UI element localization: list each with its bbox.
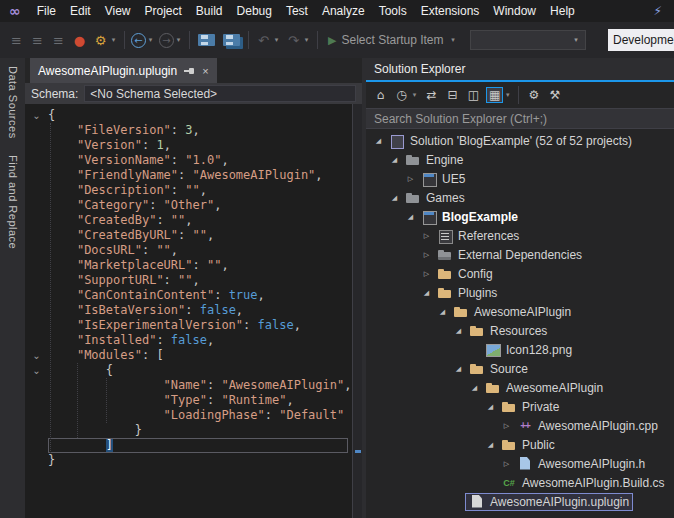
fold-marker-icon[interactable]: ⌄ [30, 348, 43, 363]
code-line[interactable]: "CreatedBy": "", [48, 213, 348, 228]
rail-tab-find-and-replace[interactable]: Find and Replace [7, 155, 19, 249]
code-line[interactable]: "Modules": [ [48, 348, 348, 363]
pending-changes-filter-icon[interactable]: ◷▾ [391, 83, 421, 107]
code-line[interactable]: "Category": "Other", [48, 198, 348, 213]
menu-project[interactable]: Project [138, 1, 189, 21]
red-circle-icon[interactable]: ● [69, 28, 90, 52]
code-line[interactable]: "MarketplaceURL": "", [48, 258, 348, 273]
align-lines-icon[interactable]: ≡ [27, 28, 48, 52]
menu-tools[interactable]: Tools [372, 1, 414, 21]
tree-item[interactable]: ◢Public [366, 435, 674, 454]
menu-edit[interactable]: Edit [63, 1, 98, 21]
rail-tab-data-sources[interactable]: Data Sources [7, 66, 19, 139]
expanded-arrow-icon[interactable]: ◢ [468, 384, 481, 392]
preview-icon[interactable]: ⚒ [544, 83, 565, 107]
select-startup-item-button[interactable]: ▶ Select Startup Item ▾ [322, 33, 464, 47]
pin-icon[interactable] [184, 66, 195, 76]
expanded-arrow-icon[interactable]: ◢ [452, 365, 465, 373]
collapsed-arrow-icon[interactable]: ▷ [420, 251, 433, 259]
tree-item[interactable]: Icon128.png [366, 340, 674, 359]
properties-icon[interactable]: ⚙ [523, 83, 544, 107]
collapsed-arrow-icon[interactable]: ▷ [500, 460, 513, 468]
code-line[interactable]: "CanContainContent": true, [48, 288, 348, 303]
expanded-arrow-icon[interactable]: ◢ [388, 194, 401, 202]
document-tab[interactable]: AwesomeAIPlugin.uplugin × [30, 58, 217, 83]
close-icon[interactable]: × [202, 65, 208, 77]
code-line[interactable]: } [48, 453, 348, 468]
menu-window[interactable]: Window [486, 1, 543, 21]
undo-icon[interactable]: ↶▾ [253, 28, 283, 52]
code-line[interactable]: { [48, 108, 348, 123]
code-line[interactable]: "IsBetaVersion": false, [48, 303, 348, 318]
code-line[interactable]: "FileVersion": 3, [48, 123, 348, 138]
code-line[interactable]: "IsExperimentalVersion": false, [48, 318, 348, 333]
code-line[interactable]: "Version": 1, [48, 138, 348, 153]
show-all-files-icon[interactable]: ◫ [463, 83, 484, 107]
expanded-arrow-icon[interactable]: ◢ [388, 156, 401, 164]
tree-item[interactable]: C#AwesomeAIPlugin.Build.cs [366, 473, 674, 492]
menu-file[interactable]: File [30, 1, 63, 21]
navigate-back-icon[interactable]: ←▾ [129, 28, 157, 52]
save-icon[interactable] [194, 28, 219, 52]
collapsed-arrow-icon[interactable]: ▷ [420, 232, 433, 240]
collapsed-arrow-icon[interactable]: ▷ [500, 422, 513, 430]
expanded-arrow-icon[interactable]: ◢ [372, 137, 385, 145]
build-configuration-combo[interactable]: Development [608, 29, 674, 51]
tree-item[interactable]: ◢Solution 'BlogExample' (52 of 52 projec… [366, 131, 674, 150]
tree-item[interactable]: ◢Engine [366, 150, 674, 169]
code-line[interactable]: "SupportURL": "", [48, 273, 348, 288]
tree-item[interactable]: ◢Private [366, 397, 674, 416]
menu-debug[interactable]: Debug [230, 1, 279, 21]
tree-item[interactable]: ▷AwesomeAIPlugin.h [366, 454, 674, 473]
tree-item[interactable]: ◢Games [366, 188, 674, 207]
tree-item[interactable]: ▷External Dependencies [366, 245, 674, 264]
collapsed-arrow-icon[interactable]: ▷ [404, 175, 417, 183]
tree-item[interactable]: AwesomeAIPlugin.uplugin [366, 492, 674, 511]
code-line[interactable]: ] [48, 438, 348, 453]
tree-item[interactable]: ◢Plugins [366, 283, 674, 302]
collapsed-arrow-icon[interactable]: ▷ [420, 270, 433, 278]
solution-explorer-header[interactable]: Solution Explorer [366, 58, 674, 82]
code-line[interactable]: "Description": "", [48, 183, 348, 198]
sync-with-active-document-icon[interactable]: ⇄ [421, 83, 442, 107]
solution-configurations-combo[interactable]: ▾ [470, 30, 586, 50]
code-line[interactable]: "DocsURL": "", [48, 243, 348, 258]
tree-item[interactable]: ▷Config [366, 264, 674, 283]
menu-build[interactable]: Build [189, 1, 230, 21]
indent-lines-icon[interactable]: ≡ [48, 28, 69, 52]
code-editor[interactable]: { "FileVersion": 3, "Version": 1, "Versi… [25, 104, 362, 518]
code-line[interactable]: "CreatedByURL": "", [48, 228, 348, 243]
menu-help[interactable]: Help [543, 1, 582, 21]
menu-view[interactable]: View [98, 1, 138, 21]
fold-marker-icon[interactable]: ⌄ [30, 363, 43, 378]
view-switcher-icon[interactable]: ▦▾ [484, 83, 514, 107]
expanded-arrow-icon[interactable]: ◢ [484, 441, 497, 449]
expanded-arrow-icon[interactable]: ◢ [436, 308, 449, 316]
fold-marker-icon[interactable]: ⌄ [30, 108, 43, 123]
code-line[interactable]: "Type": "Runtime", [48, 393, 348, 408]
tree-item[interactable]: ▷References [366, 226, 674, 245]
search-input[interactable] [366, 109, 674, 128]
feedback-icon[interactable]: ⚡ [654, 4, 674, 18]
code-area[interactable]: { "FileVersion": 3, "Version": 1, "Versi… [25, 104, 352, 518]
menu-test[interactable]: Test [279, 1, 315, 21]
tree-item[interactable]: ◢Resources [366, 321, 674, 340]
list-lines-icon[interactable]: ≡ [6, 28, 27, 52]
redo-icon[interactable]: ↷▾ [283, 28, 313, 52]
wrench-icon[interactable]: ⚙▾ [90, 28, 120, 52]
menu-extensions[interactable]: Extensions [414, 1, 487, 21]
tree-item[interactable]: ◢AwesomeAIPlugin [366, 378, 674, 397]
schema-combo[interactable]: <No Schema Selected> [84, 85, 356, 102]
navigate-forward-icon[interactable]: →▾ [157, 28, 185, 52]
code-line[interactable]: "FriendlyName": "AwesomeAIPlugin", [48, 168, 348, 183]
tree-item[interactable]: ◢AwesomeAIPlugin [366, 302, 674, 321]
save-all-icon[interactable] [219, 28, 244, 52]
tree-item[interactable]: ◢Source [366, 359, 674, 378]
tree-item[interactable]: ▷UE5 [366, 169, 674, 188]
home-icon[interactable]: ⌂ [370, 83, 391, 107]
code-line[interactable]: } [48, 423, 348, 438]
code-line[interactable]: "Name": "AwesomeAIPlugin", [48, 378, 348, 393]
expanded-arrow-icon[interactable]: ◢ [404, 213, 417, 221]
expanded-arrow-icon[interactable]: ◢ [452, 327, 465, 335]
tree-item[interactable]: ▷++AwesomeAIPlugin.cpp [366, 416, 674, 435]
